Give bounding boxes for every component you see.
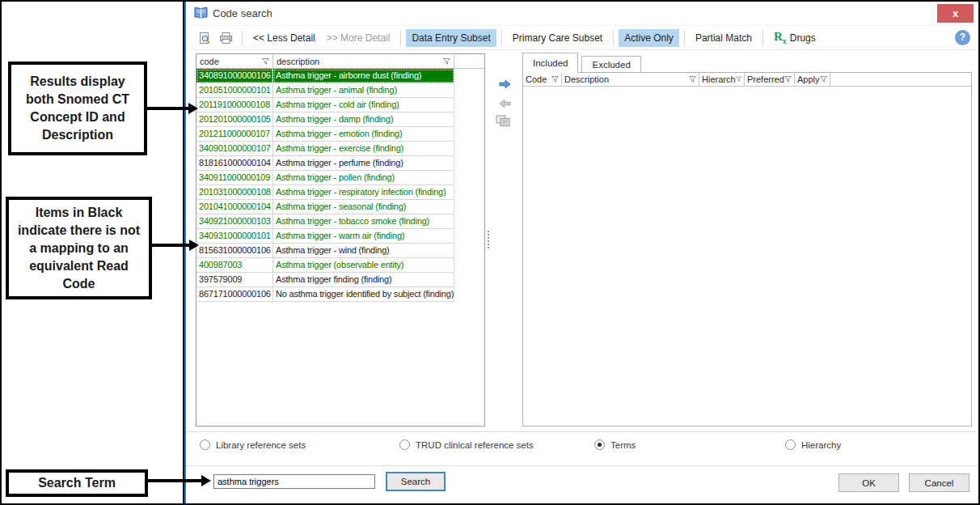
table-row[interactable]: 400987003Asthma trigger (observable enti…: [196, 258, 484, 273]
filter-icon[interactable]: [262, 58, 269, 65]
code-cell[interactable]: 201201000000105: [196, 112, 273, 127]
annotation-arrow: [152, 244, 190, 247]
partial-match-toggle[interactable]: Partial Match: [690, 29, 758, 47]
code-cell[interactable]: 201041000000104: [196, 200, 273, 214]
table-row[interactable]: 867171000000106No asthma trigger identif…: [196, 287, 484, 302]
description-cell[interactable]: Asthma trigger - wind (finding): [273, 244, 454, 258]
code-cell[interactable]: 201191000000108: [196, 98, 273, 112]
description-cell[interactable]: Asthma trigger (observable entity): [273, 258, 454, 273]
description-cell[interactable]: Asthma trigger - exercise (finding): [273, 142, 454, 156]
filter-icon[interactable]: [689, 76, 696, 83]
code-cell[interactable]: 340921000000103: [196, 214, 273, 229]
table-row[interactable]: 397579009Asthma trigger finding (finding…: [196, 273, 484, 287]
table-row[interactable]: 201211000000107Asthma trigger - emotion …: [196, 127, 484, 142]
radio-library-reference-sets[interactable]: Library reference sets: [200, 439, 306, 450]
description-cell[interactable]: No asthma trigger identified by subject …: [273, 287, 454, 302]
annotation-search-term: Search Term: [6, 469, 148, 497]
included-excluded-tabs: Included Excluded: [522, 53, 641, 73]
filter-icon[interactable]: [551, 76, 559, 83]
table-row[interactable]: 201201000000105Asthma trigger - damp (fi…: [196, 112, 484, 127]
divider: [186, 431, 978, 432]
table-row[interactable]: 201191000000108Asthma trigger - cold air…: [196, 98, 484, 112]
code-cell[interactable]: 201051000000101: [196, 83, 273, 98]
description-cell[interactable]: Asthma trigger - perfume (finding): [273, 156, 454, 171]
radio-terms[interactable]: Terms: [594, 439, 636, 450]
column-header-apply[interactable]: Apply: [795, 73, 830, 86]
toolbar-separator: [684, 30, 685, 46]
table-row[interactable]: 340901000000107Asthma trigger - exercise…: [196, 142, 484, 156]
column-header-hierarchy[interactable]: Hierarch: [699, 73, 745, 86]
description-cell[interactable]: Asthma trigger finding (finding): [273, 273, 454, 287]
search-button[interactable]: Search: [386, 472, 446, 491]
tab-excluded[interactable]: Excluded: [581, 56, 640, 73]
description-cell[interactable]: Asthma trigger - emotion (finding): [273, 127, 454, 142]
table-row[interactable]: 201051000000101Asthma trigger - animal (…: [196, 83, 484, 98]
table-row[interactable]: 201041000000104Asthma trigger - seasonal…: [196, 200, 484, 214]
toolbar-separator: [762, 30, 763, 46]
code-cell[interactable]: 340931000000101: [196, 229, 273, 244]
code-cell[interactable]: 867171000000106: [196, 287, 273, 302]
filter-icon[interactable]: [784, 76, 792, 83]
close-button[interactable]: x: [937, 4, 974, 23]
column-header-description[interactable]: description: [273, 54, 454, 68]
column-header-code[interactable]: code: [196, 54, 273, 68]
cancel-button[interactable]: Cancel: [909, 473, 969, 492]
radio-icon: [594, 439, 605, 450]
included-grid: Code Description Hierarch Preferred Appl…: [522, 72, 972, 426]
print-button[interactable]: [215, 30, 237, 46]
description-cell[interactable]: Asthma trigger - animal (finding): [273, 83, 454, 98]
help-icon[interactable]: ?: [955, 30, 970, 45]
splitter-handle[interactable]: [488, 229, 490, 250]
include-arrow-button[interactable]: [496, 77, 513, 91]
table-row[interactable]: 201031000000108Asthma trigger - respirat…: [196, 185, 484, 200]
description-cell[interactable]: Asthma trigger - damp (finding): [273, 112, 454, 127]
description-cell[interactable]: Asthma trigger - seasonal (finding): [273, 200, 454, 214]
table-row[interactable]: 340931000000101Asthma trigger - warm air…: [196, 229, 484, 244]
filter-icon[interactable]: [820, 76, 827, 83]
search-input[interactable]: [213, 474, 375, 489]
tab-included[interactable]: Included: [522, 53, 578, 73]
included-grid-header: Code Description Hierarch Preferred Appl…: [523, 73, 971, 87]
active-only-toggle[interactable]: Active Only: [619, 29, 679, 47]
table-row[interactable]: 818161000000104Asthma trigger - perfume …: [196, 156, 484, 171]
less-detail-button[interactable]: << Less Detail: [247, 29, 321, 47]
description-cell[interactable]: Asthma trigger - respiratory infection (…: [273, 185, 454, 200]
radio-trud-clinical-reference-sets[interactable]: TRUD clinical reference sets: [399, 439, 534, 450]
column-header-preferred[interactable]: Preferred: [745, 73, 795, 86]
column-header-label: Preferred: [747, 74, 784, 84]
table-row[interactable]: 815631000000106Asthma trigger - wind (fi…: [196, 244, 484, 258]
exclude-arrow-button[interactable]: [496, 96, 513, 111]
code-cell[interactable]: 815631000000106: [196, 244, 273, 258]
column-header-description[interactable]: Description: [562, 73, 699, 86]
drugs-toggle[interactable]: Rx Drugs: [768, 27, 822, 49]
code-cell[interactable]: 201031000000108: [196, 185, 273, 200]
code-cell[interactable]: 400987003: [196, 258, 273, 273]
ok-button[interactable]: OK: [838, 473, 899, 492]
code-cell[interactable]: 340911000000109: [196, 171, 273, 185]
description-cell[interactable]: Asthma trigger - tobacco smoke (finding): [273, 214, 454, 229]
copy-all-button[interactable]: [495, 113, 511, 128]
column-header-label: description: [277, 57, 319, 66]
column-header-code[interactable]: Code: [523, 73, 562, 86]
code-cell[interactable]: 340891000000106: [196, 69, 273, 83]
filter-icon[interactable]: [736, 76, 741, 83]
table-row[interactable]: 340911000000109Asthma trigger - pollen (…: [196, 171, 484, 185]
print-preview-button[interactable]: [194, 30, 215, 46]
primary-care-subset-toggle[interactable]: Primary Care Subset: [507, 29, 608, 47]
code-cell[interactable]: 397579009: [196, 273, 273, 287]
table-row[interactable]: 340891000000106Asthma trigger - airborne…: [196, 69, 484, 83]
data-entry-subset-toggle[interactable]: Data Entry Subset: [406, 29, 496, 47]
description-cell[interactable]: Asthma trigger - pollen (finding): [273, 171, 454, 185]
description-cell[interactable]: Asthma trigger - airborne dust (finding): [273, 69, 454, 83]
description-cell[interactable]: Asthma trigger - cold air (finding): [273, 98, 454, 112]
more-detail-button[interactable]: >> More Detail: [321, 29, 396, 47]
radio-hierarchy[interactable]: Hierarchy: [785, 439, 841, 450]
filter-icon[interactable]: [443, 58, 450, 65]
results-grid-body: 340891000000106Asthma trigger - airborne…: [196, 69, 484, 302]
code-cell[interactable]: 818161000000104: [196, 156, 273, 171]
code-cell[interactable]: 201211000000107: [196, 127, 273, 142]
table-row[interactable]: 340921000000103Asthma trigger - tobacco …: [196, 214, 484, 229]
code-cell[interactable]: 340901000000107: [196, 142, 273, 156]
divider: [186, 465, 978, 466]
description-cell[interactable]: Asthma trigger - warm air (finding): [273, 229, 454, 244]
